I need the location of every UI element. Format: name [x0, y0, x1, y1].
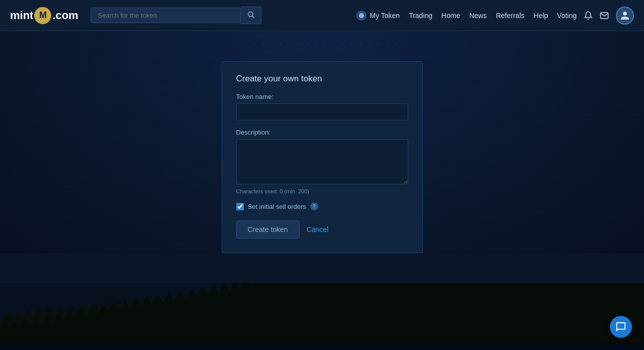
nav-voting[interactable]: Voting	[557, 12, 577, 20]
cancel-button[interactable]: Cancel	[307, 225, 329, 234]
nav-help[interactable]: Help	[533, 12, 548, 20]
nav-news[interactable]: News	[469, 12, 487, 20]
nav-referrals[interactable]: Referrals	[496, 12, 524, 20]
logo-circle: M	[34, 7, 51, 24]
nav-my-token[interactable]: My Token	[356, 11, 400, 21]
initial-sell-label: Set initial sell orders	[248, 203, 306, 210]
notifications-button[interactable]	[584, 11, 593, 20]
logo-link[interactable]: mint M .com	[10, 7, 78, 24]
search-input[interactable]	[90, 8, 241, 23]
card-title: Create your own token	[236, 74, 408, 84]
description-label: Description:	[236, 129, 408, 136]
grass-decoration	[0, 283, 644, 343]
logo-text-com: .com	[52, 9, 78, 22]
button-row: Create token Cancel	[236, 220, 408, 239]
token-name-input[interactable]	[236, 103, 408, 121]
token-name-label: Token name:	[236, 93, 408, 100]
logo-text-mint: mint	[10, 9, 33, 22]
svg-point-0	[248, 12, 252, 17]
svg-point-2	[359, 13, 364, 18]
messages-button[interactable]	[600, 11, 609, 20]
char-count: Characters used: 0 (min. 200)	[236, 188, 408, 194]
token-name-group: Token name:	[236, 93, 408, 121]
navbar: mint M .com My Token	[0, 0, 644, 31]
search-bar	[90, 7, 261, 24]
chat-fab[interactable]	[610, 316, 632, 338]
nav-links: My Token Trading Home News Referrals Hel…	[356, 11, 577, 21]
logo-m-letter: M	[39, 10, 47, 21]
nav-trading[interactable]: Trading	[409, 12, 432, 20]
nav-icon-group	[584, 7, 634, 25]
footer: 🇬🇧 English ▲ Crypto ▲ Terms of Service |…	[0, 343, 644, 350]
description-textarea[interactable]	[236, 139, 408, 184]
create-token-button[interactable]: Create token	[236, 220, 300, 239]
description-group: Description: Characters used: 0 (min. 20…	[236, 129, 408, 194]
grass-section: 🇬🇧 English ▲ Crypto ▲ Terms of Service |…	[0, 283, 644, 350]
help-icon[interactable]: ?	[310, 202, 318, 210]
initial-sell-group: Set initial sell orders ?	[236, 202, 408, 210]
avatar[interactable]	[616, 7, 634, 25]
initial-sell-checkbox[interactable]	[236, 203, 244, 210]
main-content: Create your own token Token name: Descri…	[0, 31, 644, 253]
search-button[interactable]	[241, 7, 261, 24]
nav-home[interactable]: Home	[441, 12, 460, 20]
my-token-icon	[356, 11, 366, 21]
svg-line-1	[252, 16, 254, 18]
create-token-card: Create your own token Token name: Descri…	[222, 61, 423, 253]
